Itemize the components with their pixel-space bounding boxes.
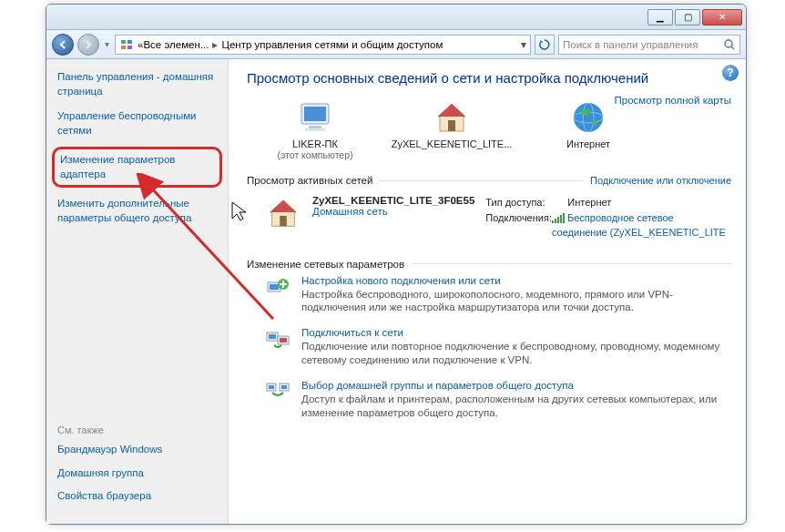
see-also-firewall[interactable]: Брандмауэр Windows	[57, 443, 217, 457]
svg-rect-10	[448, 120, 455, 131]
content-area: Панель управления - домашняя страница Уп…	[46, 59, 746, 524]
change-item-connect: Подключиться к сети Подключение или повт…	[265, 327, 731, 367]
svg-rect-17	[557, 217, 559, 223]
homegroup-icon	[265, 380, 291, 405]
svg-rect-24	[269, 334, 276, 339]
see-also-browser[interactable]: Свойства браузера	[57, 489, 217, 504]
window: ▁ ▢ ✕ ▾ « Все элемен... ▸ Центр управлен…	[46, 4, 747, 525]
active-network-row: ZyXEL_KEENETIC_LITE_3F0E55 Домашняя сеть…	[247, 191, 731, 251]
connect-disconnect-link[interactable]: Подключение или отключение	[590, 175, 731, 186]
svg-rect-2	[121, 46, 126, 49]
change-item-new-connection: Настройка нового подключения или сети На…	[265, 275, 731, 315]
connect-network-link[interactable]: Подключиться к сети	[301, 327, 731, 338]
change-item-homegroup: Выбор домашней группы и параметров общег…	[265, 380, 731, 420]
svg-rect-26	[280, 338, 287, 343]
house-icon	[433, 98, 471, 137]
network-home-icon	[265, 195, 301, 231]
svg-rect-29	[269, 385, 274, 389]
connection-link[interactable]: Беспроводное сетевое соединение (ZyXEL_K…	[552, 212, 726, 239]
titlebar: ▁ ▢ ✕	[46, 5, 746, 30]
see-also-label: См. также	[57, 425, 217, 435]
globe-icon	[569, 98, 607, 137]
homegroup-link[interactable]: Выбор домашней группы и параметров общег…	[301, 380, 731, 391]
network-type-link[interactable]: Домашняя сеть	[312, 206, 474, 217]
svg-rect-21	[270, 284, 279, 290]
maximize-button[interactable]: ▢	[675, 9, 700, 26]
sidebar-link-sharing[interactable]: Изменить дополнительные параметры общего…	[57, 197, 217, 225]
map-internet: Интернет	[538, 98, 638, 149]
new-connection-link[interactable]: Настройка нового подключения или сети	[301, 275, 731, 286]
connect-network-icon	[265, 327, 291, 353]
network-map: LIKER-ПК (этот компьютер) ZyXEL_KEENETIC…	[247, 95, 731, 168]
full-map-link[interactable]: Просмотр полной карты	[614, 95, 731, 106]
svg-rect-14	[280, 216, 287, 226]
svg-rect-1	[127, 40, 132, 44]
close-button[interactable]: ✕	[702, 9, 742, 26]
minimize-button[interactable]: ▁	[647, 9, 673, 26]
svg-rect-8	[309, 126, 321, 128]
page-title: Просмотр основных сведений о сети и наст…	[247, 70, 731, 86]
control-panel-icon	[119, 37, 134, 52]
svg-rect-3	[127, 46, 132, 49]
address-bar: ▾ « Все элемен... ▸ Центр управления сет…	[46, 30, 746, 59]
sidebar: Панель управления - домашняя страница Уп…	[46, 59, 229, 524]
change-settings-header: Изменение сетевых параметров	[247, 259, 731, 270]
new-connection-icon	[265, 275, 291, 301]
crumb-all[interactable]: Все элемен...	[143, 39, 209, 50]
svg-rect-19	[563, 213, 565, 223]
map-this-pc: LIKER-ПК (этот компьютер)	[265, 98, 365, 160]
pc-icon	[296, 98, 334, 137]
active-networks-header: Просмотр активных сетей Подключение или …	[247, 175, 731, 186]
sidebar-home-link[interactable]: Панель управления - домашняя страница	[57, 70, 217, 98]
svg-point-4	[725, 40, 732, 47]
crumb-current[interactable]: Центр управления сетями и общим доступом	[221, 39, 443, 50]
svg-rect-9	[305, 128, 325, 131]
svg-rect-30	[281, 385, 287, 389]
main-panel: ? Просмотр основных сведений о сети и на…	[229, 59, 746, 524]
map-router: ZyXEL_KEENETIC_LITE...	[402, 98, 502, 149]
svg-rect-16	[555, 219, 556, 223]
svg-rect-7	[304, 107, 326, 121]
svg-rect-18	[560, 215, 562, 223]
back-button[interactable]	[52, 34, 74, 56]
breadcrumb[interactable]: « Все элемен... ▸ Центр управления сетям…	[115, 35, 531, 55]
svg-rect-15	[552, 220, 554, 223]
refresh-button[interactable]	[535, 35, 555, 55]
wifi-signal-icon	[552, 213, 565, 224]
svg-point-11	[574, 103, 603, 132]
search-icon	[723, 38, 736, 51]
see-also-homegroup[interactable]: Домашняя группа	[57, 466, 217, 481]
nav-dropdown-icon[interactable]: ▾	[103, 39, 111, 49]
sidebar-link-wireless[interactable]: Управление беспроводными сетями	[57, 109, 217, 138]
svg-rect-0	[121, 40, 126, 44]
help-icon[interactable]: ?	[722, 65, 739, 81]
sidebar-link-adapter-settings[interactable]: Изменение параметров адаптера	[52, 147, 222, 188]
svg-line-5	[731, 46, 734, 49]
search-input[interactable]: Поиск в панели управления	[558, 35, 740, 55]
network-name: ZyXEL_KEENETIC_LITE_3F0E55	[312, 195, 474, 206]
forward-button[interactable]	[77, 34, 99, 56]
